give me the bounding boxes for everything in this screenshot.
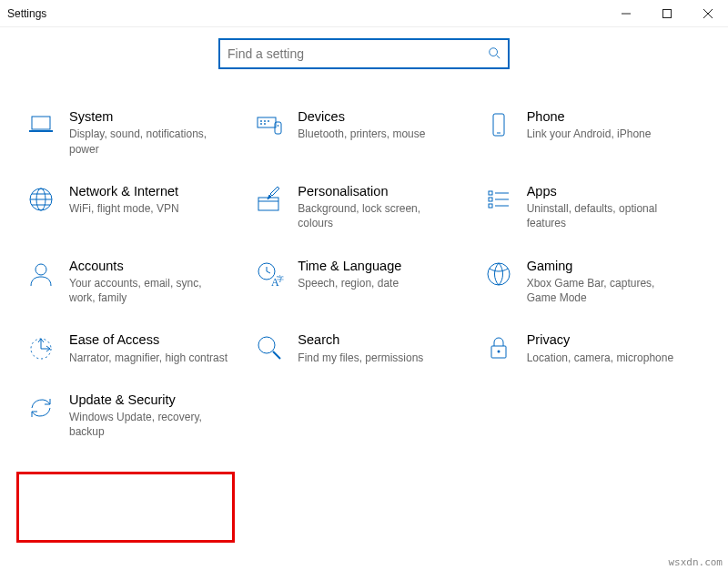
category-update-security[interactable]: Update & Security Windows Update, recove… bbox=[25, 392, 245, 440]
category-privacy[interactable]: Privacy Location, camera, microphone bbox=[483, 332, 703, 365]
search-box[interactable] bbox=[218, 38, 510, 69]
category-title: Devices bbox=[298, 109, 425, 125]
watermark: wsxdn.com bbox=[668, 556, 723, 568]
category-devices[interactable]: Devices Bluetooth, printers, mouse bbox=[254, 109, 473, 157]
category-desc: Narrator, magnifier, high contrast bbox=[69, 351, 228, 365]
svg-text:字: 字 bbox=[277, 275, 284, 283]
category-title: Accounts bbox=[69, 259, 228, 274]
svg-line-5 bbox=[497, 55, 500, 58]
search-input[interactable] bbox=[228, 46, 488, 61]
list-icon bbox=[483, 184, 514, 215]
svg-rect-6 bbox=[32, 117, 50, 129]
maximize-button[interactable] bbox=[646, 0, 687, 27]
svg-point-9 bbox=[261, 121, 262, 122]
svg-rect-25 bbox=[489, 191, 492, 195]
category-title: Privacy bbox=[527, 332, 673, 348]
annotation-highlight bbox=[16, 472, 235, 543]
category-title: Gaming bbox=[527, 259, 686, 274]
category-accounts[interactable]: Accounts Your accounts, email, sync, wor… bbox=[25, 259, 245, 306]
category-gaming[interactable]: Gaming Xbox Game Bar, captures, Game Mod… bbox=[483, 259, 703, 306]
category-title: Ease of Access bbox=[69, 332, 228, 348]
category-desc: Location, camera, microphone bbox=[527, 351, 673, 365]
svg-rect-23 bbox=[258, 198, 278, 210]
category-desc: Uninstall, defaults, optional features bbox=[527, 201, 686, 230]
category-title: Search bbox=[298, 332, 423, 348]
category-title: Time & Language bbox=[298, 259, 401, 274]
svg-point-12 bbox=[261, 124, 262, 125]
category-desc: Speech, region, date bbox=[298, 276, 401, 290]
magnifier-icon bbox=[254, 332, 285, 363]
svg-line-34 bbox=[267, 271, 270, 273]
category-title: Apps bbox=[527, 184, 686, 199]
category-system[interactable]: System Display, sound, notifications, po… bbox=[25, 109, 245, 157]
paintbrush-icon bbox=[254, 184, 285, 215]
minimize-icon bbox=[622, 9, 631, 18]
category-title: Phone bbox=[527, 109, 652, 125]
svg-point-37 bbox=[488, 263, 510, 285]
svg-point-41 bbox=[258, 337, 275, 353]
keyboard-icon bbox=[254, 109, 285, 140]
close-button[interactable] bbox=[687, 0, 728, 27]
ease-of-access-icon bbox=[25, 332, 56, 363]
time-language-icon: A字 bbox=[254, 259, 285, 290]
category-phone[interactable]: Phone Link your Android, iPhone bbox=[483, 109, 703, 157]
close-icon bbox=[703, 9, 713, 18]
svg-point-10 bbox=[265, 121, 266, 122]
category-search[interactable]: Search Find my files, permissions bbox=[254, 332, 473, 365]
categories-grid: System Display, sound, notifications, po… bbox=[0, 76, 728, 458]
category-desc: Link your Android, iPhone bbox=[527, 127, 652, 141]
search-icon bbox=[488, 46, 500, 62]
svg-rect-1 bbox=[662, 9, 671, 17]
category-desc: Display, sound, notifications, power bbox=[69, 127, 228, 156]
category-desc: Your accounts, email, sync, work, family bbox=[69, 276, 228, 305]
category-desc: WiFi, flight mode, VPN bbox=[69, 201, 179, 216]
person-icon bbox=[25, 259, 56, 290]
svg-rect-27 bbox=[489, 198, 492, 201]
titlebar: Settings bbox=[0, 0, 728, 27]
category-title: Network & Internet bbox=[69, 184, 179, 199]
category-title: Update & Security bbox=[69, 392, 228, 408]
svg-point-4 bbox=[490, 47, 498, 56]
svg-rect-29 bbox=[489, 204, 492, 208]
category-title: System bbox=[69, 109, 228, 125]
svg-point-15 bbox=[278, 126, 278, 127]
category-personalisation[interactable]: Personalisation Background, lock screen,… bbox=[254, 184, 473, 231]
category-title: Personalisation bbox=[298, 184, 457, 199]
category-desc: Background, lock screen, colours bbox=[298, 201, 457, 230]
category-ease-of-access[interactable]: Ease of Access Narrator, magnifier, high… bbox=[25, 332, 245, 365]
category-time-language[interactable]: A字 Time & Language Speech, region, date bbox=[254, 259, 473, 306]
category-desc: Bluetooth, printers, mouse bbox=[298, 127, 425, 141]
window-title: Settings bbox=[7, 7, 46, 20]
phone-icon bbox=[483, 109, 514, 140]
minimize-button[interactable] bbox=[605, 0, 646, 27]
maximize-icon bbox=[662, 9, 672, 18]
gaming-icon bbox=[483, 259, 514, 290]
category-apps[interactable]: Apps Uninstall, defaults, optional featu… bbox=[483, 184, 703, 231]
svg-point-44 bbox=[497, 351, 500, 353]
svg-rect-16 bbox=[493, 114, 504, 136]
svg-rect-8 bbox=[258, 117, 276, 127]
lock-icon bbox=[483, 332, 514, 363]
svg-point-31 bbox=[35, 264, 46, 275]
laptop-icon bbox=[25, 109, 56, 140]
category-desc: Find my files, permissions bbox=[298, 351, 423, 365]
globe-icon bbox=[25, 184, 56, 215]
svg-point-13 bbox=[265, 124, 266, 125]
svg-line-42 bbox=[273, 351, 280, 359]
category-desc: Windows Update, recovery, backup bbox=[69, 410, 228, 439]
category-desc: Xbox Game Bar, captures, Game Mode bbox=[527, 276, 686, 305]
sync-icon bbox=[25, 392, 56, 423]
category-network[interactable]: Network & Internet WiFi, flight mode, VP… bbox=[25, 184, 245, 231]
search-area bbox=[0, 27, 728, 76]
svg-point-11 bbox=[268, 121, 269, 122]
